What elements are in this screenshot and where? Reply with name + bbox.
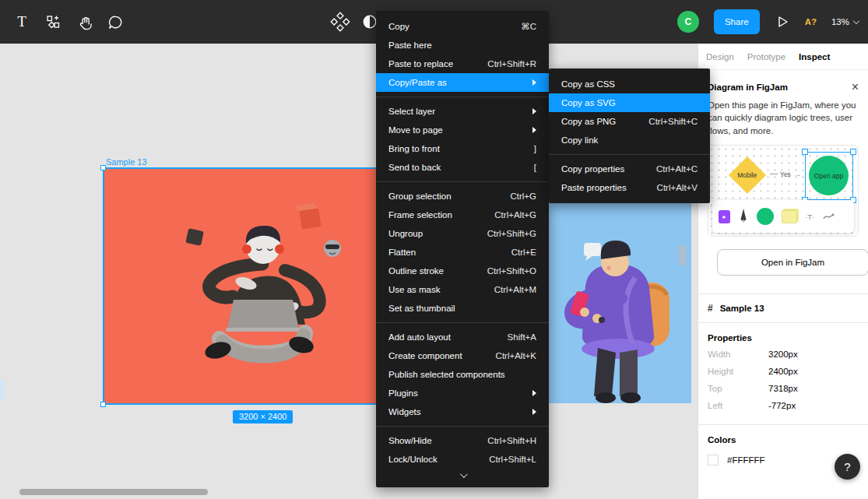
- property-row-width: Width 3200px: [698, 346, 868, 363]
- hand-tool-button[interactable]: [69, 0, 100, 44]
- figjam-diamond-shape: Mobile: [729, 156, 766, 194]
- menu-item-flatten[interactable]: Flatten Ctrl+E: [376, 243, 549, 262]
- menu-item-add-auto-layout[interactable]: Add auto layout Shift+A: [376, 328, 549, 346]
- component-icon[interactable]: [330, 12, 350, 32]
- figjam-selected-shape: Open app: [805, 152, 853, 200]
- selection-handle-top-left[interactable]: [100, 165, 106, 170]
- present-icon[interactable]: [775, 14, 790, 30]
- figjam-pen-icon: [738, 207, 749, 226]
- menu-item-frame-selection[interactable]: Frame selection Ctrl+Alt+G: [376, 206, 549, 224]
- open-in-figjam-button[interactable]: Open in FigJam: [717, 249, 868, 276]
- menu-item-create-component[interactable]: Create component Ctrl+Alt+K: [376, 346, 549, 365]
- comment-tool-button[interactable]: [100, 0, 131, 44]
- resources-icon: [44, 13, 61, 30]
- menu-item-paste-properties[interactable]: Paste properties Ctrl+Alt+V: [549, 178, 710, 197]
- frame-size-badge: 3200 × 2400: [233, 410, 293, 423]
- horizontal-scrollbar[interactable]: [19, 489, 208, 495]
- tab-inspect[interactable]: Inspect: [799, 52, 830, 61]
- menu-item-copy-link[interactable]: Copy link: [549, 131, 710, 149]
- comment-icon: [107, 13, 125, 31]
- menu-item-ungroup[interactable]: Ungroup Ctrl+Shift+G: [376, 224, 549, 243]
- menu-item-use-as-mask[interactable]: Use as mask Ctrl+Alt+M: [376, 280, 549, 299]
- color-hex: #FFFFFF: [727, 455, 765, 465]
- offscreen-frame-sliver: [0, 380, 3, 401]
- selection-handle-bottom-left[interactable]: [100, 402, 106, 407]
- context-menu: Copy ⌘C Paste here Paste to replace Ctrl…: [376, 11, 549, 487]
- chevron-down-icon: [459, 470, 467, 478]
- submenu-arrow-icon: [532, 409, 536, 415]
- menu-item-plugins[interactable]: Plugins: [376, 384, 549, 402]
- submenu-arrow-icon: [532, 79, 536, 86]
- figjam-connector-icon: [822, 212, 835, 221]
- menu-item-lock-unlock[interactable]: Lock/Unlock Ctrl+Shift+L: [376, 450, 549, 469]
- menu-separator: [376, 181, 549, 182]
- zoom-control[interactable]: 13%: [831, 17, 859, 26]
- color-swatch: [708, 455, 719, 466]
- help-button[interactable]: ?: [835, 454, 860, 480]
- submenu-arrow-icon: [532, 108, 536, 114]
- menu-item-paste-to-replace[interactable]: Paste to replace Ctrl+Shift+R: [376, 54, 549, 73]
- panel-tabs: Design Prototype Inspect: [698, 44, 868, 70]
- zoom-level: 13%: [831, 17, 849, 26]
- menu-item-widgets[interactable]: Widgets: [376, 402, 549, 421]
- menu-item-show-hide[interactable]: Show/Hide Ctrl+Shift+H: [376, 431, 549, 450]
- tab-design[interactable]: Design: [706, 52, 734, 61]
- menu-item-send-to-back[interactable]: Send to back [: [376, 158, 549, 177]
- copy-paste-as-submenu: Copy as CSS Copy as SVG Copy as PNG Ctrl…: [549, 69, 710, 203]
- avatar[interactable]: C: [677, 11, 699, 33]
- menu-item-move-to-page[interactable]: Move to page: [376, 121, 549, 139]
- figjam-promo-card: Diagram in FigJam × Open this page in Fi…: [698, 70, 868, 276]
- close-icon[interactable]: ×: [852, 83, 859, 92]
- frame-name-label[interactable]: Sample 13: [106, 157, 147, 167]
- colors-title: Colors: [698, 425, 868, 448]
- missing-fonts-badge[interactable]: A?: [805, 17, 817, 26]
- hand-icon: [76, 13, 93, 31]
- figjam-shape-icon: [757, 208, 774, 225]
- share-button[interactable]: Share: [714, 9, 760, 34]
- menu-item-copy-paste-as[interactable]: Copy/Paste as: [376, 73, 549, 92]
- menu-separator: [376, 322, 549, 323]
- figjam-mini-toolbar: ▸ ·T·: [712, 200, 854, 233]
- property-row-height: Height 2400px: [698, 363, 868, 380]
- menu-item-copy-as-png[interactable]: Copy as PNG Ctrl+Shift+C: [549, 112, 710, 131]
- menu-item-select-layer[interactable]: Select layer: [376, 102, 549, 121]
- figjam-sticky-icon: [782, 210, 797, 223]
- menu-separator: [549, 154, 710, 155]
- figjam-cursor-icon: ▸: [719, 210, 730, 223]
- menu-item-publish-selected-components[interactable]: Publish selected components: [376, 365, 549, 384]
- menu-item-bring-to-front[interactable]: Bring to front ]: [376, 139, 549, 158]
- property-row-left: Left -772px: [698, 397, 868, 414]
- menu-item-set-as-thumbnail[interactable]: Set as thumbnail: [376, 299, 549, 318]
- menu-item-copy-properties[interactable]: Copy properties Ctrl+Alt+C: [549, 160, 710, 178]
- menu-separator: [376, 97, 549, 97]
- submenu-arrow-icon: [532, 390, 536, 396]
- submenu-arrow-icon: [532, 127, 536, 133]
- text-tool-button[interactable]: T: [6, 0, 37, 44]
- properties-title: Properties: [698, 323, 868, 346]
- menu-scroll-down[interactable]: [376, 469, 549, 481]
- figjam-connector: Yes →: [770, 170, 801, 178]
- figjam-preview-image: Mobile Yes → Open app ▸: [708, 145, 859, 237]
- figjam-text-tool-icon: ·T·: [805, 213, 814, 221]
- menu-item-copy-as-svg[interactable]: Copy as SVG: [549, 93, 710, 112]
- property-row-top: Top 7318px: [698, 380, 868, 397]
- menu-item-copy[interactable]: Copy ⌘C: [376, 17, 549, 36]
- menu-separator: [376, 426, 549, 427]
- frame-icon: #: [708, 303, 713, 314]
- menu-item-paste-here[interactable]: Paste here: [376, 36, 549, 54]
- chevron-down-icon: [853, 17, 859, 23]
- selected-layer-name: Sample 13: [720, 304, 764, 313]
- menu-item-copy-as-css[interactable]: Copy as CSS: [549, 75, 710, 93]
- figjam-card-body: Open this page in FigJam, where you can …: [708, 99, 862, 137]
- resources-tool-button[interactable]: [37, 0, 69, 44]
- menu-item-group-selection[interactable]: Group selection Ctrl+G: [376, 187, 549, 206]
- right-panel: Design Prototype Inspect Diagram in FigJ…: [698, 44, 868, 499]
- selected-layer-row[interactable]: # Sample 13: [698, 294, 868, 322]
- tab-prototype[interactable]: Prototype: [747, 52, 785, 61]
- text-tool-icon: T: [17, 13, 26, 30]
- menu-item-outline-stroke[interactable]: Outline stroke Ctrl+Shift+O: [376, 262, 549, 280]
- figjam-card-title: Diagram in FigJam: [708, 83, 788, 92]
